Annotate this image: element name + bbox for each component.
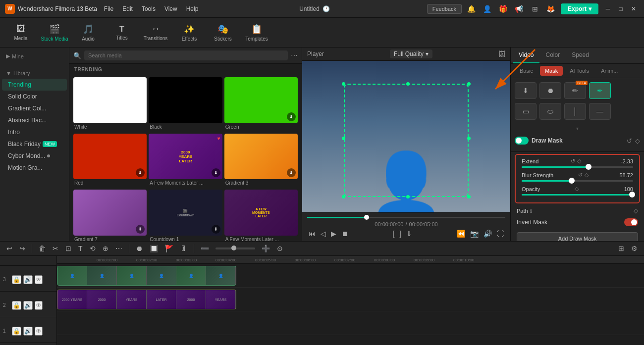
zoom-btn[interactable]: ⊕ xyxy=(100,243,111,254)
hline-mask-button[interactable]: — xyxy=(589,103,611,120)
sidebar-item-trending[interactable]: Trending xyxy=(2,79,67,91)
toolbar-titles[interactable]: T Titles xyxy=(106,20,138,46)
invert-mask-toggle[interactable] xyxy=(624,218,638,226)
close-button[interactable]: ✕ xyxy=(628,3,639,14)
snap-button[interactable]: 🔲 xyxy=(147,243,161,254)
toolbar-stickers[interactable]: 🎭 Stickers xyxy=(207,20,239,46)
track-2-eye[interactable]: 👁 xyxy=(35,301,43,310)
blur-keyframe-icon[interactable]: ◇ xyxy=(585,172,589,178)
track-3-audio[interactable]: 🔊 xyxy=(23,275,33,284)
toolbar-templates[interactable]: 📋 Templates xyxy=(241,20,272,46)
media-thumb-white[interactable] xyxy=(73,77,147,123)
tab-speed[interactable]: Speed xyxy=(566,48,595,63)
audio-mix-button[interactable]: 🎚 xyxy=(178,243,190,254)
tab-video[interactable]: Video xyxy=(513,48,539,63)
extract-button[interactable]: ⇓ xyxy=(405,228,414,239)
avatar-icon[interactable]: 🦊 xyxy=(545,3,557,15)
menu-edit[interactable]: Edit xyxy=(118,4,137,13)
record-button[interactable]: ⏺ xyxy=(133,243,145,254)
more-options-icon[interactable]: ⋯ xyxy=(291,51,298,59)
transform-btn[interactable]: ⟲ xyxy=(87,243,98,254)
gift-icon[interactable]: 🎁 xyxy=(497,3,509,15)
track-3-eye[interactable]: 👁 xyxy=(35,275,43,284)
stop-button[interactable]: ⏹ xyxy=(340,228,350,239)
export-button[interactable]: Export ▾ xyxy=(561,3,598,14)
track-3-lock[interactable]: 🔒 xyxy=(12,275,21,284)
prev-frame-button[interactable]: ⏪ xyxy=(455,228,467,239)
blur-slider-thumb[interactable] xyxy=(569,178,575,184)
opacity-keyframe-icon[interactable]: ◇ xyxy=(575,186,579,192)
extend-keyframe-icon[interactable]: ◇ xyxy=(577,158,581,164)
toolbar-audio[interactable]: 🎵 Audio xyxy=(72,20,104,46)
draw-mask-reset-icon[interactable]: ↺ xyxy=(627,137,632,145)
fullscreen-button[interactable]: ⛶ xyxy=(495,228,505,239)
oval-mask-button[interactable]: ⬭ xyxy=(539,103,561,120)
add-draw-mask-button[interactable]: Add Draw Mask xyxy=(517,232,638,241)
account-icon[interactable]: 👤 xyxy=(482,3,493,15)
delete-button[interactable]: 🗑 xyxy=(36,243,48,254)
toolbar-transitions[interactable]: ↔ Transitions xyxy=(140,20,171,46)
opacity-slider-thumb[interactable] xyxy=(629,192,635,197)
media-thumb-black[interactable] xyxy=(149,77,222,123)
zoom-slider-thumb[interactable] xyxy=(231,246,236,250)
opacity-slider[interactable] xyxy=(522,194,633,196)
volume-button[interactable]: 🔊 xyxy=(482,228,493,239)
menu-file[interactable]: File xyxy=(100,4,117,13)
sub-tab-ai-tools[interactable]: AI Tools xyxy=(565,66,594,76)
rectangle-mask-button[interactable]: ▭ xyxy=(515,103,537,120)
path-keyframe-icon[interactable]: ◇ xyxy=(634,207,638,214)
settings-btn[interactable]: ⚙ xyxy=(629,243,640,254)
draw-pen-button[interactable]: BETA ✏ xyxy=(564,82,586,99)
sub-tab-basic[interactable]: Basic xyxy=(515,66,538,76)
extend-slider-thumb[interactable] xyxy=(586,164,591,170)
zoom-out-button[interactable]: ➖ xyxy=(198,243,212,254)
track-2-audio[interactable]: 🔊 xyxy=(23,301,33,310)
apps-icon[interactable]: ⊞ xyxy=(529,3,541,15)
import-mask-button[interactable]: ⬇ xyxy=(515,82,537,99)
fit-view-button[interactable]: ⊙ xyxy=(274,243,285,254)
minimize-button[interactable]: ─ xyxy=(602,3,613,14)
menu-help[interactable]: Help xyxy=(182,4,203,13)
draw-mask-keyframe-icon[interactable]: ◇ xyxy=(635,137,640,145)
track-2-clip[interactable]: 2000 YEARS 2000 YEARS LATER 2000 YEARS xyxy=(57,290,236,309)
play-button[interactable]: ▶ xyxy=(329,228,338,239)
blur-slider[interactable] xyxy=(522,180,633,182)
extend-slider[interactable] xyxy=(522,166,633,168)
blur-reset-icon[interactable]: ↺ xyxy=(578,172,583,178)
feedback-button[interactable]: Feedback xyxy=(427,4,462,14)
mark-out-button[interactable]: ] xyxy=(398,228,403,239)
tab-color[interactable]: Color xyxy=(539,48,566,63)
track-1-eye[interactable]: 👁 xyxy=(35,327,43,336)
toolbar-media[interactable]: 🖼 Media xyxy=(5,20,37,46)
zoom-in-button[interactable]: ➕ xyxy=(259,243,272,254)
sub-tab-anim[interactable]: Anim... xyxy=(596,66,623,76)
search-input[interactable] xyxy=(84,50,288,60)
sidebar-item-solid-color[interactable]: Solid Color xyxy=(2,91,67,102)
zoom-slider[interactable] xyxy=(215,247,255,249)
text-btn[interactable]: T xyxy=(76,243,85,254)
media-thumb-gradient7[interactable]: ⬇ xyxy=(73,190,147,236)
toolbar-stock-media[interactable]: 🎬 Stock Media xyxy=(39,20,70,46)
maximize-button[interactable]: □ xyxy=(615,3,626,14)
player-settings-icon[interactable]: 🖼 xyxy=(498,50,505,58)
mark-in-button[interactable]: [ xyxy=(391,228,396,239)
track-1-lock[interactable]: 🔒 xyxy=(12,327,21,336)
media-thumb-green[interactable]: ⬇ xyxy=(224,77,298,123)
layout-btn[interactable]: ⊞ xyxy=(616,243,627,254)
media-thumb-fewmoments1[interactable]: 2000YEARSLATER ⬇ ♥ xyxy=(149,134,222,180)
media-thumb-fewmoments2[interactable]: A FEWMOMENTSLATER xyxy=(224,190,298,236)
sidebar-item-black-friday[interactable]: Black Friday NEW xyxy=(2,138,67,150)
media-thumb-gradient3[interactable]: ⬇ xyxy=(224,134,298,180)
draw-shape-button[interactable]: ✒ xyxy=(589,82,611,99)
more-btn2[interactable]: ⋯ xyxy=(113,243,125,254)
toolbar-effects[interactable]: ✨ Effects xyxy=(173,20,205,46)
frame-back-button[interactable]: ◁ xyxy=(319,228,327,239)
cut-button[interactable]: ✂ xyxy=(50,243,61,254)
track-3-clip[interactable]: 👤 👤 👤 👤 👤 👤 xyxy=(57,266,236,286)
snapshot-button[interactable]: 📷 xyxy=(469,228,480,239)
draw-mask-toggle[interactable] xyxy=(515,137,529,145)
extend-reset-icon[interactable]: ↺ xyxy=(571,158,575,164)
progress-thumb[interactable] xyxy=(364,215,369,220)
sidebar-item-intro[interactable]: Intro xyxy=(2,126,67,138)
skip-back-button[interactable]: ⏮ xyxy=(307,228,317,239)
